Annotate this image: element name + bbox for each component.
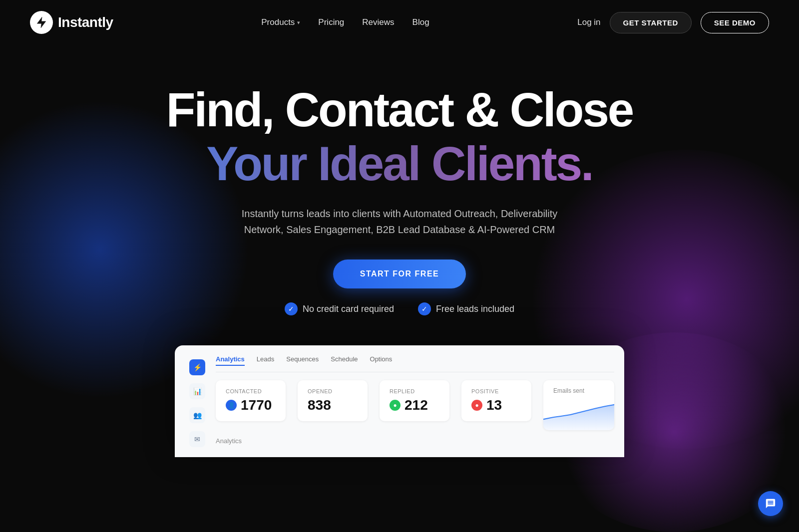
stat-contacted: CONTACTED 👤 1770 <box>216 380 286 421</box>
chat-icon <box>765 498 776 509</box>
stat-replied: REPLIED ● 212 <box>380 380 449 421</box>
svg-marker-0 <box>37 17 45 28</box>
tab-leads[interactable]: Leads <box>257 355 274 366</box>
stat-positive: POSITIVE ● 13 <box>461 380 531 421</box>
stat-icon-replied: ● <box>390 400 400 411</box>
logo-link[interactable]: Instantly <box>30 11 113 34</box>
tab-sequences[interactable]: Sequences <box>286 355 319 366</box>
nav-links: Products ▾ Pricing Reviews Blog <box>261 17 429 27</box>
hero-headline-line2: Your Ideal Clients. <box>30 137 769 190</box>
nav-products[interactable]: Products ▾ <box>261 17 300 27</box>
hero-section: Find, Contact & Close Your Ideal Clients… <box>0 45 799 315</box>
get-started-button[interactable]: GET STARTED <box>610 12 692 33</box>
check-icon-1: ✓ <box>285 302 298 315</box>
sidebar-mini: ⚡ 📊 👥 ✉ <box>185 355 210 447</box>
emails-sent-chart <box>543 395 614 430</box>
sidebar-analytics-icon[interactable]: 📊 <box>189 383 205 399</box>
check-icon-2: ✓ <box>418 302 431 315</box>
stat-icon-positive: ● <box>471 400 482 411</box>
dashboard-preview: ⚡ 📊 👥 ✉ Analytics Leads Sequences Schedu… <box>0 345 799 457</box>
dashboard-card: ⚡ 📊 👥 ✉ Analytics Leads Sequences Schedu… <box>175 345 624 457</box>
stat-opened: OPENED 838 <box>298 380 368 421</box>
dashboard-tabs: Analytics Leads Sequences Schedule Optio… <box>216 355 614 372</box>
brand-name: Instantly <box>58 14 113 30</box>
dashboard-stats: CONTACTED 👤 1770 OPENED 838 REPLIED <box>216 380 614 430</box>
stat-icon-contacted: 👤 <box>226 400 237 411</box>
hero-badges: ✓ No credit card required ✓ Free leads i… <box>30 302 769 315</box>
tab-analytics[interactable]: Analytics <box>216 355 245 366</box>
nav-pricing[interactable]: Pricing <box>318 17 344 27</box>
badge-no-credit-card: ✓ No credit card required <box>285 302 394 315</box>
badge-free-leads: ✓ Free leads included <box>418 302 514 315</box>
logo-icon <box>30 11 53 34</box>
tab-options[interactable]: Options <box>370 355 393 366</box>
chat-widget[interactable] <box>758 491 783 516</box>
sidebar-leads-icon[interactable]: 👥 <box>189 407 205 423</box>
login-button[interactable]: Log in <box>577 17 600 27</box>
hero-subtext: Instantly turns leads into clients with … <box>230 206 569 238</box>
sidebar-home-icon[interactable]: ⚡ <box>189 359 205 375</box>
nav-reviews[interactable]: Reviews <box>362 17 394 27</box>
sidebar-mail-icon[interactable]: ✉ <box>189 431 205 447</box>
see-demo-button[interactable]: SEE DEMO <box>701 12 769 33</box>
nav-blog[interactable]: Blog <box>412 17 429 27</box>
chevron-down-icon: ▾ <box>297 19 300 26</box>
analytics-bottom-label: Analytics <box>216 437 614 445</box>
nav-right: Log in GET STARTED SEE DEMO <box>577 12 769 33</box>
tab-schedule[interactable]: Schedule <box>331 355 358 366</box>
start-free-button[interactable]: START FOR FREE <box>333 260 466 288</box>
hero-headline-line1: Find, Contact & Close <box>30 85 769 135</box>
navbar: Instantly Products ▾ Pricing Reviews Blo… <box>0 0 799 45</box>
analytics-chart-card: Emails sent <box>543 380 614 430</box>
bolt-icon <box>35 16 48 29</box>
